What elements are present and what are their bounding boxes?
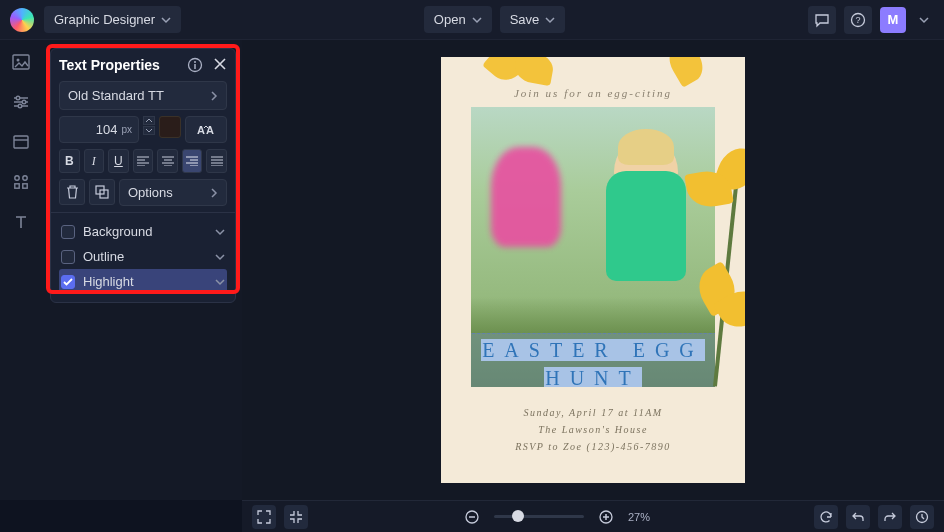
redo-button[interactable]: [878, 505, 902, 529]
templates-tool-icon[interactable]: [11, 132, 31, 152]
outline-checkbox[interactable]: [61, 250, 75, 264]
child-background: [491, 147, 561, 247]
size-step-down[interactable]: [143, 126, 155, 135]
align-center-icon: [162, 156, 174, 166]
font-size-input[interactable]: [89, 121, 119, 138]
svg-text:A: A: [197, 124, 205, 136]
fit-icon: [257, 510, 271, 524]
align-right-button[interactable]: [182, 149, 203, 173]
zoom-in-icon: [598, 509, 614, 525]
chevron-down-icon: [215, 228, 225, 236]
chevron-right-icon: [210, 188, 218, 198]
background-toggle-row[interactable]: Background: [59, 219, 227, 244]
save-label: Save: [510, 12, 540, 27]
help-button[interactable]: ?: [844, 6, 872, 34]
info-icon[interactable]: [187, 57, 203, 73]
elements-tool-icon[interactable]: [11, 172, 31, 192]
image-tool-icon[interactable]: [11, 52, 31, 72]
help-icon: ?: [850, 12, 866, 28]
text-tool-icon[interactable]: [11, 212, 31, 232]
undo-icon: [851, 510, 865, 524]
highlight-toggle-row[interactable]: Highlight: [59, 269, 227, 294]
duplicate-button[interactable]: [89, 179, 115, 205]
close-icon[interactable]: [213, 57, 227, 71]
svg-rect-10: [15, 184, 19, 188]
left-toolbar: [0, 40, 42, 500]
font-family-select[interactable]: Old Standard TT: [59, 81, 227, 110]
poster-artboard[interactable]: Join us for an egg-citing EASTER EGG HUN…: [441, 57, 745, 483]
svg-text:A: A: [206, 124, 214, 136]
align-justify-button[interactable]: [206, 149, 227, 173]
options-label: Options: [128, 185, 173, 200]
app-logo[interactable]: [10, 8, 34, 32]
bottom-toolbar: 27%: [242, 500, 944, 532]
text-color-swatch[interactable]: [159, 116, 181, 138]
zoom-in-button[interactable]: [594, 505, 618, 529]
actual-size-button[interactable]: [284, 505, 308, 529]
highlight-label: Highlight: [83, 274, 207, 289]
zoom-out-button[interactable]: [460, 505, 484, 529]
canvas-area[interactable]: Join us for an egg-citing EASTER EGG HUN…: [242, 40, 944, 500]
font-size-unit: px: [121, 124, 132, 135]
chevron-down-icon: [161, 15, 171, 25]
outline-toggle-row[interactable]: Outline: [59, 244, 227, 269]
history-button[interactable]: [910, 505, 934, 529]
chevron-down-icon: [919, 15, 929, 25]
delete-button[interactable]: [59, 179, 85, 205]
italic-button[interactable]: I: [84, 149, 105, 173]
svg-point-5: [22, 100, 26, 104]
text-case-icon: AA: [197, 124, 215, 136]
text-case-button[interactable]: AA: [185, 116, 227, 143]
svg-point-6: [18, 104, 22, 108]
svg-text:?: ?: [856, 15, 861, 25]
highlight-checkbox[interactable]: [61, 275, 75, 289]
avatar-initial: M: [888, 12, 899, 27]
poster-subtext: Sunday, April 17 at 11AM The Lawson's Ho…: [441, 404, 745, 455]
background-checkbox[interactable]: [61, 225, 75, 239]
align-left-icon: [137, 156, 149, 166]
open-button[interactable]: Open: [424, 6, 492, 33]
reset-button[interactable]: [814, 505, 838, 529]
fit-screen-button[interactable]: [252, 505, 276, 529]
chat-icon: [814, 12, 830, 28]
adjust-tool-icon[interactable]: [11, 92, 31, 112]
align-center-button[interactable]: [157, 149, 178, 173]
check-icon: [63, 278, 73, 286]
font-family-value: Old Standard TT: [68, 88, 164, 103]
undo-button[interactable]: [846, 505, 870, 529]
zoom-out-icon: [464, 509, 480, 525]
bold-button[interactable]: B: [59, 149, 80, 173]
poster-sub3: RSVP to Zoe (123)-456-7890: [441, 438, 745, 455]
svg-rect-11: [23, 184, 27, 188]
zoom-slider[interactable]: [494, 515, 584, 518]
mode-label: Graphic Designer: [54, 12, 155, 27]
panel-title: Text Properties: [59, 57, 160, 73]
comments-button[interactable]: [808, 6, 836, 34]
open-label: Open: [434, 12, 466, 27]
flower-decoration: [675, 137, 745, 397]
chevron-down-icon: [145, 128, 153, 133]
user-menu-button[interactable]: [914, 6, 934, 34]
refresh-icon: [819, 510, 833, 524]
zoom-slider-thumb[interactable]: [512, 510, 524, 522]
align-justify-icon: [211, 156, 223, 166]
align-left-button[interactable]: [133, 149, 154, 173]
font-size-field[interactable]: px: [59, 116, 139, 143]
poster-sub1: Sunday, April 17 at 11AM: [441, 404, 745, 421]
save-button[interactable]: Save: [500, 6, 566, 33]
poster-sub2: The Lawson's House: [441, 421, 745, 438]
align-right-icon: [186, 156, 198, 166]
chevron-up-icon: [145, 118, 153, 123]
zoom-percent[interactable]: 27%: [628, 511, 662, 523]
underline-button[interactable]: U: [108, 149, 129, 173]
mode-selector[interactable]: Graphic Designer: [44, 6, 181, 33]
options-dropdown[interactable]: Options: [119, 179, 227, 206]
size-step-up[interactable]: [143, 116, 155, 125]
svg-rect-7: [14, 136, 28, 148]
redo-icon: [883, 510, 897, 524]
user-avatar[interactable]: M: [880, 7, 906, 33]
collapse-icon: [289, 510, 303, 524]
history-icon: [915, 510, 929, 524]
chevron-down-icon: [215, 278, 225, 286]
svg-point-13: [194, 61, 196, 63]
